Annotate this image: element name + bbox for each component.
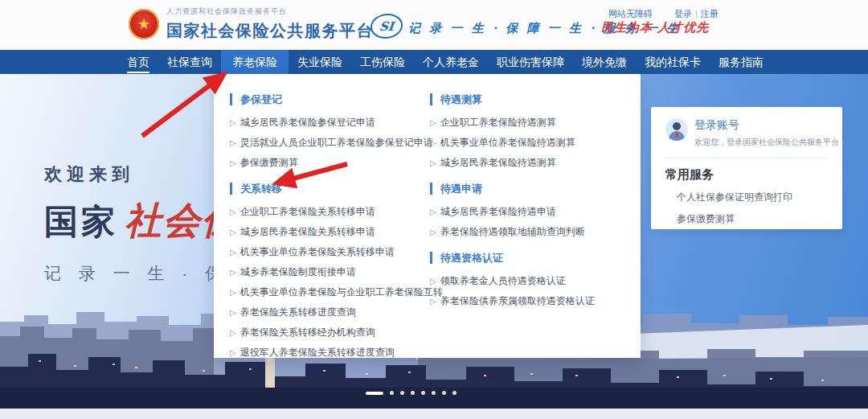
nav-item-pension-insurance[interactable]: 养老保险 [221,50,289,74]
main-nav: 首页 社保查询 养老保险 失业保险 工伤保险 个人养老金 职业伤害保障 境外免缴… [0,50,868,74]
triangle-marker-icon: ▷ [230,138,236,147]
dropdown-link[interactable]: ▷城乡居民养老保险关系转移申请 [230,225,430,239]
nav-item-personal-pension[interactable]: 个人养老金 [414,50,488,74]
carousel-dot[interactable] [432,391,436,395]
triangle-marker-icon: ▷ [230,268,236,277]
triangle-marker-icon: ▷ [230,328,236,337]
dropdown-link[interactable]: ▷机关事业单位养老保险关系转移申请 [230,245,430,259]
carousel-dot[interactable] [411,391,415,395]
register-link[interactable]: 注册 [701,9,719,18]
nav-item-work-injury-insurance[interactable]: 工伤保险 [351,50,414,74]
common-services-title: 常用服务 [665,167,828,183]
dropdown-link-label: 退役军人养老保险关系转移进度查询 [240,347,395,358]
nav-label: 个人养老金 [423,56,479,68]
dropdown-link-label: 养老保险供养亲属领取待遇资格认证 [440,295,595,306]
section-title-enrollment: 参保登记 [230,93,430,105]
nav-item-service-guide[interactable]: 服务指南 [710,50,772,74]
triangle-marker-icon: ▷ [230,207,236,216]
triangle-marker-icon: ▷ [430,277,436,285]
nav-label: 养老保险 [232,56,277,68]
dropdown-link[interactable]: ▷企业职工养老保险关系转移申请 [230,205,430,219]
triangle-marker-icon: ▷ [230,248,236,257]
dropdown-link[interactable]: ▷城乡居民养老保险参保登记申请 [230,116,430,129]
dropdown-link-label: 参保缴费测算 [240,157,298,168]
dropdown-link[interactable]: ▷企业职工养老保险待遇测算 [430,116,641,129]
triangle-marker-icon: ▷ [430,207,436,216]
dropdown-left-column: 参保登记 ▷城乡居民养老保险参保登记申请 ▷灵活就业人员企业职工养老保险参保登记… [230,88,430,358]
common-service-link[interactable]: 参保缴费测算 [677,212,828,226]
login-text-block: 登录账号 欢迎您，登录国家社会保险公共服务平台！ [694,118,847,148]
section-title-benefit-calc: 待遇测算 [430,93,641,105]
nav-label: 失业保险 [297,56,342,68]
login-services-panel: 登录账号 欢迎您，登录国家社会保险公共服务平台！ 常用服务 个人社保参保证明查询… [651,107,842,229]
dropdown-link[interactable]: ▷养老保险供养亲属领取待遇资格认证 [430,294,641,308]
carousel-dot[interactable] [390,391,394,395]
dropdown-link[interactable]: ▷城乡养老保险制度衔接申请 [230,265,430,279]
login-account-link[interactable]: 登录账号 [694,118,847,133]
site-header: ★ 人力资源和社会保障政务服务平台 国家社会保险公共服务平台 SI 记 录 一 … [0,0,868,50]
nav-label: 我的社保卡 [645,56,701,68]
auth-separator: | [695,9,698,18]
common-service-link[interactable]: 个人社保参保证明查询打印 [677,191,828,204]
dropdown-link[interactable]: ▷机关事业单位养老保险待遇测算 [430,136,641,150]
dropdown-link[interactable]: ▷参保缴费测算 [230,156,430,170]
login-link[interactable]: 登录 [674,9,692,18]
national-emblem-icon: ★ [129,9,159,39]
nav-label: 首页 [127,56,149,73]
avatar-icon [665,118,688,141]
nav-label: 境外免缴 [582,56,627,68]
triangle-marker-icon: ▷ [430,228,436,236]
accessibility-link[interactable]: 网站无障碍 [608,8,653,20]
nav-item-shebao-query[interactable]: 社保查询 [158,50,221,74]
dropdown-link-label: 城乡居民养老保险关系转移申请 [240,226,375,237]
triangle-marker-icon: ▷ [230,288,236,297]
si-logo-icon: SI [369,14,403,39]
section-title-relation-transfer: 关系转移 [230,183,430,195]
nav-label: 工伤保险 [360,56,405,68]
nav-item-unemployment-insurance[interactable]: 失业保险 [289,50,351,74]
dropdown-link[interactable]: ▷城乡居民养老保险待遇申请 [430,205,641,219]
platform-subtitle: 人力资源和社会保障政务服务平台 [166,6,374,17]
nav-label: 服务指南 [719,56,764,68]
dropdown-link[interactable]: ▷城乡居民养老保险待遇测算 [430,156,641,170]
triangle-marker-icon: ▷ [230,158,236,167]
dropdown-link[interactable]: ▷领取养老金人员待遇资格认证 [430,274,641,288]
triangle-marker-icon: ▷ [430,297,436,306]
platform-title: 国家社会保险公共服务平台 [166,20,374,42]
dropdown-link-label: 机关事业单位养老保险关系转移申请 [240,246,395,257]
carousel-dot[interactable] [400,391,404,395]
triangle-marker-icon: ▷ [430,118,436,127]
dropdown-link[interactable]: ▷养老保险待遇领取地辅助查询判断 [430,225,641,239]
dropdown-link-label: 企业职工养老保险关系转移申请 [240,206,375,217]
nav-label: 社保查询 [167,56,212,68]
nav-item-my-social-card[interactable]: 我的社保卡 [636,50,710,74]
dropdown-link-label: 养老保险关系转移进度查询 [240,306,356,318]
dropdown-link-label: 企业职工养老保险待遇测算 [440,117,556,128]
triangle-marker-icon: ▷ [230,308,236,317]
carousel-dot-active[interactable] [366,392,383,395]
section-title-qualification-cert: 待遇资格认证 [430,252,641,264]
nav-item-occupational-injury[interactable]: 职业伤害保障 [488,50,573,74]
dropdown-link[interactable]: ▷灵活就业人员企业职工养老保险参保登记申请 [230,136,430,150]
dropdown-link-label: 养老保险关系转移经办机构查询 [240,327,375,338]
site-title-block: 人力资源和社会保障政务服务平台 国家社会保险公共服务平台 [166,6,374,42]
triangle-marker-icon: ▷ [230,228,236,236]
dropdown-link[interactable]: ▷退役军人养老保险关系转移进度查询 [230,346,430,359]
carousel-dot[interactable] [421,391,425,395]
section-title-benefit-apply: 待遇申请 [430,183,641,195]
carousel-indicators [366,391,457,395]
dropdown-link[interactable]: ▷机关事业单位养老保险与企业职工养老保险互转 [230,285,430,299]
login-row: 登录账号 欢迎您，登录国家社会保险公共服务平台！ [665,118,828,148]
nav-item-home[interactable]: 首页 [118,50,158,74]
carousel-dot[interactable] [442,391,446,395]
dropdown-link[interactable]: ▷养老保险关系转移进度查询 [230,306,430,319]
dropdown-link-label: 领取养老金人员待遇资格认证 [440,275,566,286]
dropdown-link-label: 城乡居民养老保险待遇申请 [440,206,556,217]
dropdown-right-column: 待遇测算 ▷企业职工养老保险待遇测算 ▷机关事业单位养老保险待遇测算 ▷城乡居民… [430,88,641,358]
login-welcome-text: 欢迎您，登录国家社会保险公共服务平台！ [694,137,847,148]
nav-item-overseas-exemption[interactable]: 境外免缴 [573,50,636,74]
nav-label: 职业伤害保障 [497,56,564,68]
dropdown-link[interactable]: ▷养老保险关系转移经办机构查询 [230,326,430,339]
carousel-dot[interactable] [452,391,457,395]
triangle-marker-icon: ▷ [430,138,436,147]
